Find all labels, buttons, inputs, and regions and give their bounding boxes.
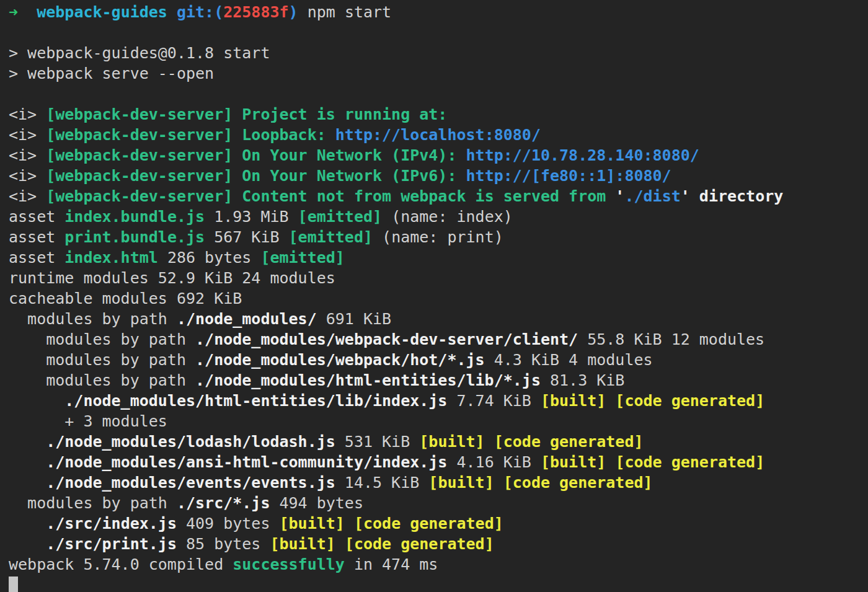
terminal-line: asset index.bundle.js 1.93 MiB [emitted]…: [9, 206, 868, 227]
text-segment: [9, 453, 46, 471]
text-segment: [emitted]: [260, 249, 344, 267]
terminal-line: modules by path ./node_modules/webpack/h…: [9, 350, 868, 370]
text-segment: 1.93 MiB: [205, 208, 298, 226]
text-segment: [webpack-dev-server] On Your Network (IP…: [46, 167, 466, 185]
text-segment: 81.3 KiB: [541, 371, 624, 389]
text-segment: [built]: [419, 433, 484, 451]
text-segment: webpack 5.74.0 compiled: [9, 555, 232, 573]
terminal-line: [9, 575, 868, 592]
text-segment: 691 KiB: [317, 310, 391, 328]
text-segment: modules by path: [9, 330, 195, 348]
text-segment: npm start: [298, 3, 392, 21]
terminal-line: <i> [webpack-dev-server] On Your Network…: [9, 145, 868, 166]
terminal-line: cacheable modules 692 KiB: [9, 288, 868, 309]
text-segment: index.bundle.js: [64, 208, 205, 226]
text-segment: 494 bytes: [270, 494, 363, 512]
text-segment: 7.74 KiB: [447, 392, 541, 410]
url-link[interactable]: http://[fe80::1]:8080/: [466, 167, 671, 185]
terminal-line: <i> [webpack-dev-server] Loopback: http:…: [9, 125, 868, 145]
terminal-line: modules by path ./node_modules/html-enti…: [9, 370, 868, 391]
text-segment: ./src/print.js: [46, 535, 177, 553]
text-segment: [built]: [270, 535, 335, 553]
text-segment: [webpack-dev-server] Content not from we…: [46, 187, 615, 205]
text-segment: [built]: [280, 515, 345, 532]
terminal-line: <i> [webpack-dev-server] On Your Network…: [9, 166, 868, 186]
text-segment: git:(: [177, 3, 223, 21]
text-segment: cacheable modules 692 KiB: [9, 289, 242, 307]
terminal-line: [9, 84, 868, 104]
text-segment: [9, 535, 46, 553]
text-segment: <i>: [9, 167, 46, 185]
text-segment: 531 KiB: [335, 433, 419, 451]
url-link[interactable]: http://localhost:8080/: [335, 126, 541, 144]
text-segment: modules by path: [9, 371, 195, 389]
text-segment: ./node_modules/html-entities/lib/*.js: [195, 371, 541, 389]
text-segment: <i>: [9, 105, 46, 123]
text-segment: ./node_modules/: [177, 310, 317, 328]
text-segment: directory: [690, 187, 784, 205]
terminal-line: <i> [webpack-dev-server] Content not fro…: [9, 186, 868, 206]
text-segment: > webpack serve --open: [9, 64, 214, 82]
text-segment: successfully: [232, 555, 345, 573]
terminal-line: [9, 22, 868, 43]
terminal-line: > webpack-guides@0.1.8 start: [9, 43, 868, 63]
text-segment: webpack-guides: [37, 3, 167, 21]
text-segment: modules by path: [9, 351, 195, 369]
text-segment: asset: [9, 208, 64, 226]
text-segment: [webpack-dev-server] On Your Network (IP…: [46, 146, 466, 164]
text-segment: print.bundle.js: [64, 228, 205, 246]
text-segment: ./src/*.js: [177, 494, 270, 512]
text-segment: modules by path: [9, 494, 177, 512]
text-segment: <i>: [9, 126, 46, 144]
terminal-line: asset print.bundle.js 567 KiB [emitted] …: [9, 227, 868, 247]
terminal-line: ./node_modules/html-entities/lib/index.j…: [9, 391, 868, 411]
text-segment: [webpack-dev-server] Project is running …: [46, 105, 447, 123]
text-segment: asset: [9, 249, 64, 267]
text-segment: [emitted]: [298, 208, 382, 226]
text-segment: [built]: [541, 453, 606, 471]
terminal-line: modules by path ./node_modules/ 691 KiB: [9, 309, 868, 329]
text-segment: ./node_modules/lodash/lodash.js: [46, 433, 335, 451]
text-segment: [code generated]: [615, 392, 764, 410]
terminal-line: > webpack serve --open: [9, 63, 868, 84]
text-segment: 14.5 KiB: [335, 474, 429, 492]
text-segment: ./node_modules/ansi-html-community/index…: [46, 453, 447, 471]
text-segment: [606, 392, 615, 410]
text-segment: [335, 535, 345, 553]
terminal-line: ./node_modules/events/events.js 14.5 KiB…: [9, 472, 868, 493]
terminal-line: modules by path ./src/*.js 494 bytes: [9, 493, 868, 513]
text-segment: > webpack-guides@0.1.8 start: [9, 44, 270, 62]
text-segment: [code generated]: [615, 453, 764, 471]
text-segment: 286 bytes: [158, 249, 261, 267]
terminal-screen[interactable]: ➜ webpack-guides git:(225883f) npm start…: [0, 0, 868, 592]
text-segment: modules by path: [9, 310, 177, 328]
url-link[interactable]: http://10.78.28.140:8080/: [466, 146, 699, 164]
terminal-line: ➜ webpack-guides git:(225883f) npm start: [9, 2, 868, 22]
terminal-line: + 3 modules: [9, 411, 868, 431]
cursor-block: [9, 577, 18, 592]
text-segment: ./dist: [624, 187, 680, 205]
text-segment: [9, 474, 46, 492]
text-segment: index.html: [64, 249, 158, 267]
text-segment: in 474 ms: [345, 555, 438, 573]
text-segment: ': [615, 187, 624, 205]
text-segment: [code generated]: [354, 515, 503, 532]
text-segment: 567 KiB: [205, 228, 288, 246]
text-segment: [18, 3, 37, 21]
text-segment: <i>: [9, 187, 46, 205]
text-segment: [9, 392, 64, 410]
text-segment: [code generated]: [503, 474, 653, 492]
text-segment: (name: print): [373, 228, 503, 246]
text-segment: 85 bytes: [177, 535, 270, 553]
terminal-line: ./src/index.js 409 bytes [built] [code g…: [9, 513, 868, 534]
prompt-arrow-icon: ➜: [9, 3, 18, 21]
text-segment: [9, 433, 46, 451]
text-segment: + 3 modules: [9, 412, 167, 430]
text-segment: (name: index): [382, 208, 513, 226]
terminal-line: modules by path ./node_modules/webpack-d…: [9, 329, 868, 350]
text-segment: [167, 3, 177, 21]
text-segment: ./node_modules/html-entities/lib/index.j…: [64, 392, 447, 410]
text-segment: ): [289, 3, 298, 21]
text-segment: [494, 474, 503, 492]
text-segment: <i>: [9, 146, 46, 164]
